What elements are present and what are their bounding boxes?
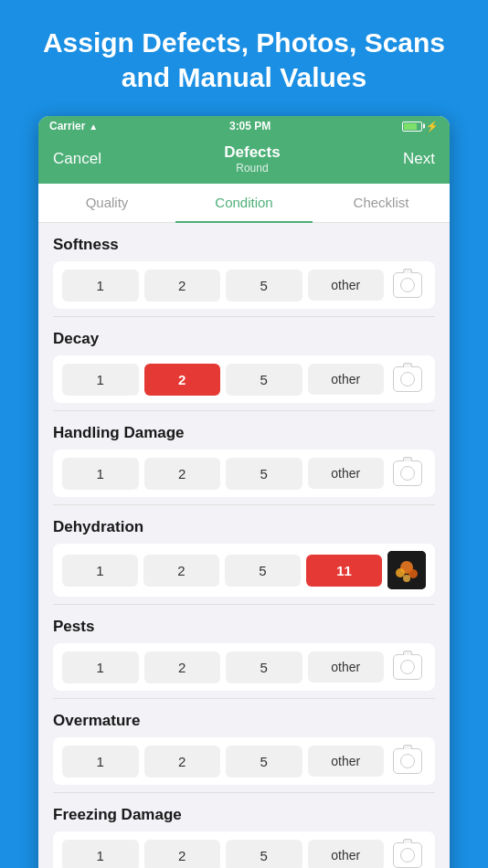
- nav-bar: Cancel Defects Round Next: [38, 136, 450, 184]
- camera-icon: [393, 460, 422, 486]
- option-btn-other[interactable]: other: [308, 746, 385, 777]
- camera-button[interactable]: [389, 269, 426, 302]
- lightning-icon: ⚡: [426, 121, 439, 132]
- option-btn-2[interactable]: 2: [144, 651, 221, 683]
- row-controls: 125other: [53, 643, 435, 691]
- camera-notch: [403, 651, 412, 655]
- nav-title-sub: Round: [224, 162, 280, 175]
- section-title: Softness: [53, 236, 435, 254]
- option-btn-1[interactable]: 1: [62, 840, 139, 869]
- camera-icon: [393, 748, 422, 774]
- status-right: ⚡: [402, 121, 439, 132]
- option-btn-2[interactable]: 2: [143, 555, 219, 587]
- next-button[interactable]: Next: [403, 150, 435, 168]
- camera-button[interactable]: [389, 745, 426, 778]
- section-title: Pests: [53, 618, 435, 636]
- camera-notch: [403, 363, 412, 367]
- row-controls: 125other: [53, 831, 435, 868]
- section-freezing-damage: Freezing Damage125other: [38, 793, 450, 868]
- option-btn-other[interactable]: other: [308, 458, 385, 489]
- section-overmature: Overmature125other: [38, 699, 450, 792]
- section-title: Decay: [53, 330, 435, 348]
- option-btn-2[interactable]: 2: [144, 746, 221, 778]
- time-label: 3:05 PM: [229, 120, 271, 132]
- svg-point-2: [396, 568, 405, 577]
- photo-thumbnail[interactable]: [387, 551, 426, 589]
- hero-title: Assign Defects, Photos, Scans and Manual…: [37, 26, 451, 94]
- option-btn-5[interactable]: 5: [226, 458, 302, 490]
- option-btn-5[interactable]: 5: [225, 555, 301, 587]
- camera-icon: [393, 654, 422, 680]
- section-decay: Decay125other: [38, 317, 450, 410]
- nav-title-main: Defects: [224, 143, 280, 162]
- option-btn-other[interactable]: other: [308, 651, 385, 683]
- camera-icon: [393, 272, 422, 298]
- option-btn-1[interactable]: 1: [62, 555, 138, 587]
- status-left: Carrier: [49, 120, 98, 132]
- nav-title: Defects Round: [224, 143, 280, 175]
- camera-button[interactable]: [389, 651, 426, 683]
- option-btn-2[interactable]: 2: [144, 364, 221, 396]
- row-controls: 125other: [53, 355, 435, 403]
- section-handling-damage: Handling Damage125other: [38, 411, 450, 504]
- camera-notch: [403, 745, 412, 749]
- wifi-icon: [89, 120, 98, 132]
- option-btn-2[interactable]: 2: [144, 270, 221, 302]
- svg-point-4: [403, 575, 410, 582]
- hero-section: Assign Defects, Photos, Scans and Manual…: [0, 0, 488, 116]
- option-btn-1[interactable]: 1: [62, 746, 139, 778]
- option-btn-5[interactable]: 5: [226, 270, 302, 302]
- option-btn-5[interactable]: 5: [226, 840, 302, 869]
- battery-icon: [402, 122, 422, 132]
- option-btn-other[interactable]: other: [308, 270, 385, 301]
- section-title: Handling Damage: [53, 424, 435, 442]
- option-btn-other[interactable]: other: [308, 840, 385, 868]
- camera-button[interactable]: [389, 457, 426, 490]
- section-title: Dehydration: [53, 518, 435, 536]
- option-btn-2[interactable]: 2: [144, 840, 221, 869]
- option-btn-1[interactable]: 1: [62, 270, 139, 302]
- row-controls: 125other: [53, 261, 435, 309]
- camera-notch: [403, 839, 412, 843]
- option-btn-1[interactable]: 1: [62, 364, 139, 396]
- content-area: Softness125other Decay125other Handling …: [38, 223, 450, 868]
- section-dehydration: Dehydration12511: [38, 505, 450, 604]
- option-btn-2[interactable]: 2: [144, 458, 221, 490]
- option-btn-5[interactable]: 5: [226, 746, 302, 778]
- row-controls: 125other: [53, 450, 435, 497]
- status-bar: Carrier 3:05 PM ⚡: [38, 116, 450, 136]
- carrier-label: Carrier: [49, 120, 85, 132]
- option-btn-1[interactable]: 1: [62, 458, 139, 490]
- camera-button[interactable]: [389, 363, 426, 396]
- tab-checklist[interactable]: Checklist: [313, 184, 450, 223]
- cancel-button[interactable]: Cancel: [53, 150, 101, 168]
- tab-bar: Quality Condition Checklist: [38, 184, 450, 223]
- phone-frame: Carrier 3:05 PM ⚡ Cancel Defects Round N…: [38, 116, 450, 868]
- battery-fill: [404, 123, 417, 130]
- tab-quality[interactable]: Quality: [38, 184, 175, 223]
- option-btn-1[interactable]: 1: [62, 651, 139, 683]
- option-btn-11[interactable]: 11: [306, 555, 382, 587]
- option-btn-other[interactable]: other: [308, 364, 385, 395]
- section-title: Overmature: [53, 712, 435, 730]
- camera-icon: [393, 842, 422, 868]
- row-controls: 12511: [53, 544, 435, 597]
- section-title: Freezing Damage: [53, 806, 435, 824]
- option-btn-5[interactable]: 5: [226, 364, 302, 396]
- tab-condition[interactable]: Condition: [175, 184, 313, 223]
- camera-notch: [403, 269, 412, 273]
- camera-notch: [403, 457, 412, 461]
- section-pests: Pests125other: [38, 605, 450, 698]
- camera-button[interactable]: [389, 839, 426, 868]
- section-softness: Softness125other: [38, 223, 450, 316]
- camera-icon: [393, 366, 422, 392]
- option-btn-5[interactable]: 5: [226, 651, 302, 683]
- row-controls: 125other: [53, 737, 435, 785]
